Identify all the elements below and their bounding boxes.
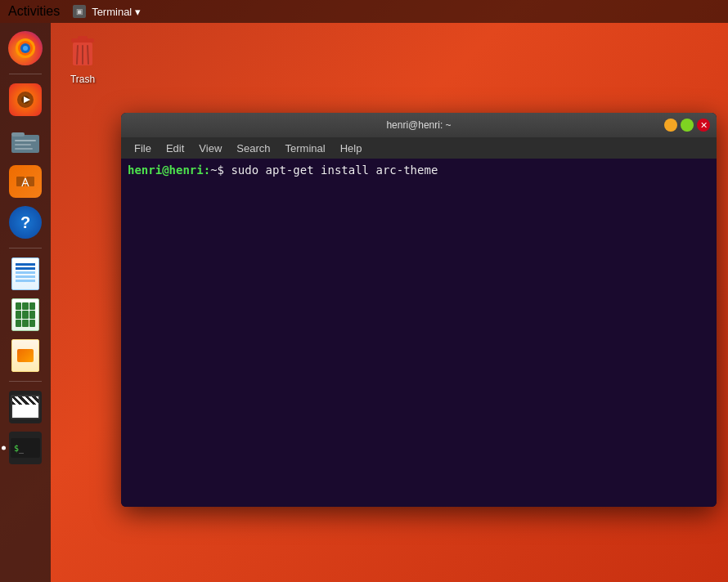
menu-edit[interactable]: Edit [160,141,191,156]
launcher-icon-writer[interactable] [7,255,44,293]
svg-text:A: A [21,176,29,189]
svg-rect-8 [11,132,25,137]
topbar-terminal-arrow: ▾ [135,6,141,18]
activities-button[interactable]: Activities [8,4,60,19]
terminal-controls: − □ ✕ [664,119,710,132]
launcher-separator-3 [9,381,42,382]
menu-file[interactable]: File [128,141,158,156]
launcher-icon-video[interactable] [7,388,44,426]
launcher-separator-2 [9,248,42,248]
svg-line-18 [77,46,78,64]
svg-point-3 [23,46,28,51]
launcher-icon-terminal[interactable]: $_ [7,429,44,467]
desktop-trash[interactable]: Trash [65,33,100,85]
launcher-icon-help[interactable]: ? [7,204,44,241]
launcher-icon-calc[interactable] [7,296,44,334]
topbar: Activities ▣ Terminal ▾ [0,0,728,23]
minimize-button[interactable]: − [664,119,677,132]
terminal-titlebar: henri@henri: ~ − □ ✕ [121,113,717,137]
close-button[interactable]: ✕ [697,119,710,132]
menu-help[interactable]: Help [334,141,369,156]
launcher-icon-ubuntu-software[interactable]: A [7,163,44,200]
launcher: A ? $_ [0,23,51,582]
svg-line-20 [88,46,88,64]
trash-label: Trash [70,74,95,85]
menu-terminal[interactable]: Terminal [279,141,332,156]
launcher-icon-impress[interactable] [7,337,44,374]
terminal-prompt-user: henri@henri: [128,163,210,177]
menu-view[interactable]: View [192,141,228,156]
topbar-terminal-menu[interactable]: ▣ Terminal ▾ [73,5,141,18]
svg-rect-11 [15,148,33,150]
launcher-separator-1 [9,74,42,74]
svg-rect-16 [78,36,88,40]
svg-rect-9 [15,140,36,141]
terminal-menubar: File Edit View Search Terminal Help [121,137,717,159]
terminal-command: sudo apt-get install arc-theme [224,163,438,177]
terminal-content[interactable]: henri@henri:~$ sudo apt-get install arc-… [121,159,717,507]
trash-icon [65,33,100,72]
launcher-icon-rhythmbox[interactable] [7,81,44,119]
maximize-button[interactable]: □ [681,119,694,132]
terminal-title: henri@henri: ~ [386,119,451,131]
active-indicator [2,446,6,450]
terminal-topbar-icon: ▣ [73,5,86,18]
topbar-terminal-label: Terminal [92,6,132,18]
terminal-window: henri@henri: ~ − □ ✕ File Edit View Sear… [121,113,717,507]
terminal-prompt-symbol: ~$ [210,163,224,177]
menu-search[interactable]: Search [230,141,276,156]
launcher-icon-firefox[interactable] [7,29,44,67]
launcher-icon-files[interactable] [7,122,44,159]
svg-rect-10 [15,144,31,146]
